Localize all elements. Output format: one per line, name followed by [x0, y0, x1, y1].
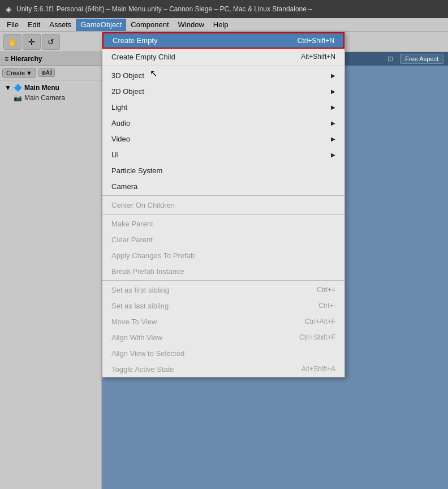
menu-make-parent: Make Parent [102, 216, 344, 231]
title-bar: ◈ Unity 5.6.1f1 Personal (64bit) – Main … [0, 0, 448, 18]
rotate-tool-button[interactable]: ↺ [42, 34, 60, 50]
hierarchy-object-main-camera[interactable]: 📷 Main Camera [0, 93, 101, 103]
clear-parent-label: Clear Parent [111, 235, 153, 244]
align-with-view-shortcut: Ctrl+Shift+F [299, 333, 335, 341]
separator-3 [102, 214, 344, 215]
menu-align-with-view: Align With View Ctrl+Shift+F [102, 329, 344, 345]
menu-assets[interactable]: Assets [45, 19, 76, 31]
menu-apply-changes-to-prefab: Apply Changes To Prefab [102, 247, 344, 263]
expand-icon: ⊡ [387, 55, 393, 63]
align-with-view-label: Align With View [111, 333, 162, 342]
align-view-to-selected-label: Align View to Selected [111, 349, 184, 358]
camera-menu-label: Camera [111, 182, 137, 191]
set-last-sibling-label: Set as last sibling [111, 302, 169, 310]
particle-system-label: Particle System [111, 166, 162, 175]
menu-move-to-view: Move To View Ctrl+Alt+F [102, 314, 344, 329]
break-prefab-instance-label: Break Prefab Instance [111, 267, 184, 276]
ui-label: UI [111, 151, 119, 159]
scene-name: Main Menu [24, 84, 59, 92]
menu-clear-parent: Clear Parent [102, 231, 344, 247]
menu-file[interactable]: File [2, 19, 23, 31]
menu-ui[interactable]: UI ▶ [102, 147, 344, 162]
menu-component[interactable]: Component [126, 19, 173, 31]
camera-icon: 📷 [14, 94, 22, 102]
menu-help[interactable]: Help [209, 19, 233, 31]
menu-edit[interactable]: Edit [23, 19, 45, 31]
menu-audio[interactable]: Audio ▶ [102, 115, 344, 131]
hierarchy-toolbar: Create ▼ ⊕All [0, 66, 101, 80]
scene-icon: 🔷 [14, 84, 22, 92]
create-empty-child-label: Create Empty Child [111, 53, 175, 61]
toggle-active-state-label: Toggle Active State [111, 365, 174, 374]
light-arrow: ▶ [331, 104, 335, 110]
audio-label: Audio [111, 119, 130, 127]
camera-label: Main Camera [24, 94, 65, 102]
menu-set-first-sibling: Set as first sibling Ctrl+= [102, 282, 344, 298]
menu-light[interactable]: Light ▶ [102, 99, 344, 115]
hand-tool-button[interactable]: ✋ [3, 34, 21, 50]
hierarchy-panel: ≡ Hierarchy Create ▼ ⊕All ▼ 🔷 Main Menu … [0, 52, 102, 489]
hierarchy-header: ≡ Hierarchy [0, 52, 101, 66]
menu-2d-object[interactable]: 2D Object ▶ [102, 83, 344, 99]
create-empty-shortcut: Ctrl+Shift+N [298, 37, 334, 45]
gameobject-dropdown: Create Empty Ctrl+Shift+N Create Empty C… [102, 32, 345, 378]
search-all-button[interactable]: ⊕All [38, 68, 55, 77]
hierarchy-title: Hierarchy [11, 55, 42, 63]
menu-create-empty[interactable]: Create Empty Ctrl+Shift+N [102, 32, 344, 49]
toggle-active-state-shortcut: Alt+Shift+A [301, 365, 335, 373]
unity-icon: ◈ [6, 5, 12, 14]
menu-create-empty-child[interactable]: Create Empty Child Alt+Shift+N [102, 49, 344, 65]
menu-toggle-active-state: Toggle Active State Alt+Shift+A [102, 361, 344, 377]
set-first-sibling-label: Set as first sibling [111, 286, 169, 294]
menu-bar: File Edit Assets GameObject Component Wi… [0, 18, 448, 32]
separator-4 [102, 280, 344, 281]
free-aspect-button[interactable]: Free Aspect [400, 54, 443, 64]
video-label: Video [111, 135, 130, 143]
scene-arrow-icon: ▼ [5, 84, 11, 92]
3d-object-label: 3D Object [111, 71, 144, 80]
set-first-sibling-shortcut: Ctrl+= [317, 286, 335, 294]
set-last-sibling-shortcut: Ctrl+- [318, 302, 335, 310]
hierarchy-icon: ≡ [5, 55, 8, 63]
title-text: Unity 5.6.1f1 Personal (64bit) – Main Me… [16, 5, 312, 13]
scene-root[interactable]: ▼ 🔷 Main Menu [0, 83, 101, 93]
menu-3d-object[interactable]: 3D Object ▶ [102, 67, 344, 83]
2d-object-label: 2D Object [111, 87, 144, 96]
menu-camera[interactable]: Camera [102, 178, 344, 194]
create-empty-child-shortcut: Alt+Shift+N [301, 53, 335, 61]
move-tool-button[interactable]: ✛ [23, 34, 41, 50]
move-to-view-label: Move To View [111, 318, 157, 326]
video-arrow: ▶ [331, 136, 335, 142]
2d-object-arrow: ▶ [331, 88, 335, 95]
menu-align-view-to-selected: Align View to Selected [102, 345, 344, 361]
make-parent-label: Make Parent [111, 220, 153, 228]
apply-changes-to-prefab-label: Apply Changes To Prefab [111, 251, 195, 260]
menu-particle-system[interactable]: Particle System [102, 162, 344, 178]
light-label: Light [111, 103, 127, 111]
separator-1 [102, 66, 344, 66]
separator-2 [102, 195, 344, 196]
menu-gameobject[interactable]: GameObject [76, 19, 126, 31]
menu-video[interactable]: Video ▶ [102, 131, 344, 147]
center-on-children-label: Center On Children [111, 201, 175, 209]
audio-arrow: ▶ [331, 120, 335, 126]
menu-set-last-sibling: Set as last sibling Ctrl+- [102, 298, 344, 314]
move-to-view-shortcut: Ctrl+Alt+F [305, 318, 335, 325]
create-empty-label: Create Empty [113, 36, 157, 45]
ui-arrow: ▶ [331, 152, 335, 158]
create-button[interactable]: Create ▼ [2, 68, 36, 78]
menu-break-prefab-instance: Break Prefab Instance [102, 263, 344, 279]
menu-center-on-children: Center On Children [102, 197, 344, 213]
3d-object-arrow: ▶ [331, 72, 335, 79]
menu-window[interactable]: Window [174, 19, 209, 31]
hierarchy-content: ▼ 🔷 Main Menu 📷 Main Camera [0, 80, 101, 489]
